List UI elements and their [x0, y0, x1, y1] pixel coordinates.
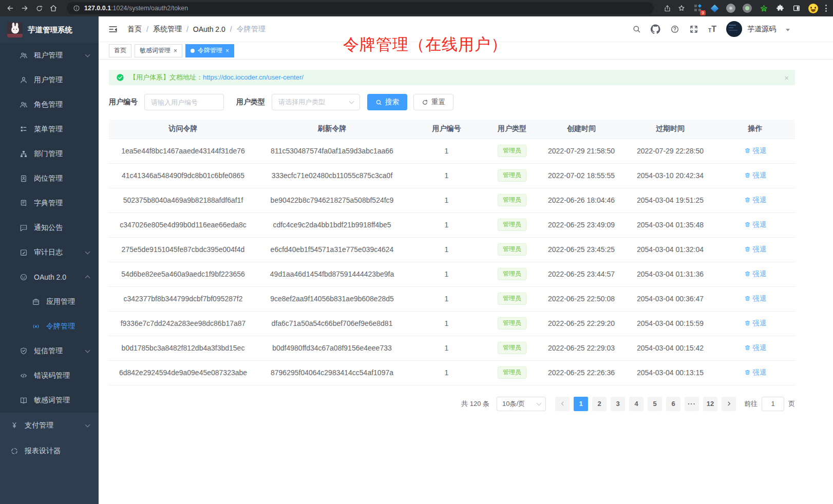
- app-logo[interactable]: 芋道管理系统: [0, 16, 99, 43]
- force-logout-button[interactable]: 强退: [744, 245, 767, 254]
- doc-link[interactable]: https://doc.iocoder.cn/user-center/: [203, 73, 304, 81]
- recorder-extension-icon[interactable]: [742, 3, 752, 13]
- profile-avatar-icon[interactable]: [808, 3, 818, 13]
- page-button-3[interactable]: 3: [611, 397, 625, 411]
- page-button-4[interactable]: 4: [629, 397, 643, 411]
- created-time-cell: 2022-06-25 22:26:36: [538, 360, 625, 385]
- chevron-up-icon: [85, 276, 90, 281]
- share-icon[interactable]: [661, 2, 673, 14]
- table-row: 502375b8040a469a9b82188afdf6af1fbe90422b…: [109, 188, 795, 212]
- sidebar-item-post-management[interactable]: 岗位管理: [0, 166, 99, 191]
- browser-forward-icon[interactable]: [18, 2, 31, 14]
- browser-back-icon[interactable]: [4, 2, 16, 14]
- access-token-cell: 275e5de9151045fe87cbdc395e004f4d: [109, 237, 257, 262]
- prev-page-button[interactable]: [555, 397, 570, 411]
- menu-icon: [20, 125, 28, 133]
- browser-refresh-icon[interactable]: [33, 2, 45, 14]
- breadcrumb-item[interactable]: 系统管理: [153, 25, 182, 34]
- sidebar-item-oauth2[interactable]: OAuth 2.0: [0, 265, 99, 289]
- force-logout-button[interactable]: 强退: [744, 171, 767, 180]
- sidebar-item-label: 字典管理: [34, 199, 63, 208]
- more-pages-button[interactable]: ···: [685, 397, 699, 411]
- page-button-5[interactable]: 5: [648, 397, 662, 411]
- search-icon[interactable]: [632, 25, 641, 33]
- github-icon[interactable]: [651, 24, 660, 34]
- sidebar-item-tenant-management[interactable]: 租户管理: [0, 43, 99, 68]
- sidebar-item-label: 错误码管理: [34, 371, 70, 380]
- force-logout-button[interactable]: 强退: [744, 319, 767, 328]
- close-icon[interactable]: ×: [174, 48, 177, 54]
- tab-groups-extension-icon[interactable]: 9: [693, 3, 703, 13]
- search-button[interactable]: 搜索: [367, 94, 407, 110]
- settings-extension-icon[interactable]: [726, 3, 736, 13]
- force-logout-button[interactable]: 强退: [744, 368, 767, 377]
- sidebar-item-role-management[interactable]: 角色管理: [0, 92, 99, 117]
- force-logout-button[interactable]: 强退: [744, 343, 767, 353]
- sidebar-collapse-icon[interactable]: [108, 24, 119, 35]
- sidebar-item-dict-management[interactable]: 字典管理: [0, 191, 99, 216]
- user-type-cell: 管理员: [486, 188, 538, 212]
- tag-tab-首页[interactable]: 首页: [109, 44, 131, 57]
- user-type-select[interactable]: 请选择用户类型: [272, 94, 360, 110]
- tenant-icon: [20, 51, 28, 60]
- page-button-12[interactable]: 12: [703, 397, 717, 411]
- sidebar-item-dept-management[interactable]: 部门管理: [0, 142, 99, 166]
- force-logout-button[interactable]: 强退: [744, 269, 767, 279]
- force-logout-button[interactable]: 强退: [744, 196, 767, 205]
- sidebar-item-sensitive-word-management[interactable]: 敏感词管理: [0, 388, 99, 413]
- sidebar-item-user-management[interactable]: 用户管理: [0, 68, 99, 92]
- tag-tab-label: 首页: [114, 46, 126, 55]
- breadcrumb-separator: /: [186, 25, 188, 33]
- force-logout-button[interactable]: 强退: [744, 220, 767, 229]
- green-star-extension-icon[interactable]: [759, 3, 769, 13]
- sidebar-item-oauth2-app-management[interactable]: 应用管理: [0, 289, 99, 314]
- user-type-badge: 管理员: [498, 145, 526, 157]
- sidebar-item-notice-management[interactable]: 通知公告: [0, 216, 99, 240]
- breadcrumb-item[interactable]: 首页: [127, 25, 142, 34]
- font-size-icon[interactable]: TT: [708, 25, 716, 33]
- breadcrumb-item[interactable]: OAuth 2.0: [193, 25, 225, 33]
- sidebar-item-report-designer[interactable]: 报表设计器: [0, 438, 99, 464]
- sidebar-item-audit-log[interactable]: 审计日志: [0, 240, 99, 265]
- sidebar-item-oauth2-token-management[interactable]: 令牌管理: [0, 314, 99, 339]
- force-logout-button[interactable]: 强退: [744, 146, 767, 156]
- browser-home-icon[interactable]: [47, 2, 60, 14]
- user-id-input[interactable]: [144, 94, 224, 110]
- tag-tab-敏感词管理[interactable]: 敏感词管理×: [135, 44, 182, 57]
- action-cell: 强退: [715, 286, 795, 311]
- address-bar[interactable]: 127.0.0.1:1024/system/oauth2/token: [67, 2, 654, 14]
- user-type-badge: 管理员: [498, 293, 526, 305]
- user-name[interactable]: 芋道源码: [747, 25, 776, 34]
- breadcrumb-item: 令牌管理: [237, 25, 266, 34]
- sidebar-item-error-code-management[interactable]: 错误码管理: [0, 363, 99, 388]
- user-type-badge: 管理员: [498, 219, 526, 231]
- close-icon[interactable]: ×: [225, 48, 229, 54]
- browser-menu-icon[interactable]: [823, 5, 829, 12]
- sidebar-item-sms-management[interactable]: 短信管理: [0, 339, 99, 363]
- page-button-2[interactable]: 2: [592, 397, 607, 411]
- force-logout-button[interactable]: 强退: [744, 294, 767, 303]
- fullscreen-icon[interactable]: [689, 25, 698, 34]
- site-info-icon[interactable]: [73, 5, 80, 12]
- next-page-button[interactable]: [722, 397, 736, 411]
- breadcrumb: 首页/系统管理/OAuth 2.0/令牌管理: [127, 25, 266, 34]
- bookmark-star-icon[interactable]: [675, 2, 688, 14]
- extensions-puzzle-icon[interactable]: [775, 3, 785, 13]
- goto-page-input[interactable]: [762, 397, 784, 411]
- sidebar-item-label: 用户管理: [34, 75, 63, 85]
- user-avatar[interactable]: [726, 21, 742, 37]
- page-size-select[interactable]: 10条/页: [497, 397, 546, 411]
- sidebar-item-menu-management[interactable]: 菜单管理: [0, 117, 99, 142]
- alert-close-icon[interactable]: ×: [784, 73, 789, 82]
- page-button-6[interactable]: 6: [666, 397, 680, 411]
- user-menu-caret-icon[interactable]: [786, 29, 790, 31]
- kite-extension-icon[interactable]: [709, 3, 720, 13]
- reset-button[interactable]: 重置: [413, 94, 453, 110]
- split-screen-icon[interactable]: [791, 3, 802, 13]
- expire-time-cell: 2054-03-04 01:35:48: [625, 212, 715, 237]
- help-icon[interactable]: [670, 25, 679, 34]
- user-id-cell: 1: [407, 360, 486, 385]
- page-button-1[interactable]: 1: [574, 397, 588, 411]
- tag-tab-令牌管理[interactable]: 令牌管理×: [185, 44, 234, 57]
- sidebar-item-pay-management[interactable]: 支付管理: [0, 413, 99, 438]
